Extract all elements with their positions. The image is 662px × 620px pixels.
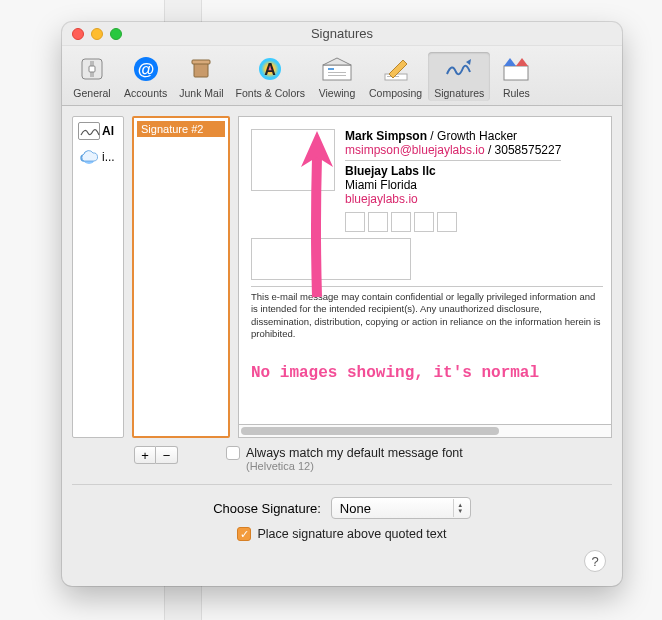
divider: [72, 484, 612, 485]
social-placeholder: [437, 212, 457, 232]
tab-signatures[interactable]: Signatures: [428, 52, 490, 101]
tab-junk[interactable]: Junk Mail: [173, 52, 229, 101]
envelope-open-icon: [322, 57, 352, 81]
help-button[interactable]: ?: [584, 550, 606, 572]
signature-thumb-icon: [78, 122, 100, 140]
fonts-icon: A: [256, 55, 284, 83]
signature-item[interactable]: Signature #2: [137, 121, 225, 137]
svg-rect-17: [504, 66, 528, 80]
tab-accounts[interactable]: @ Accounts: [118, 52, 173, 101]
at-icon: @: [132, 55, 160, 83]
social-placeholder: [414, 212, 434, 232]
banner-placeholder: [251, 238, 411, 280]
rules-icon: [502, 56, 530, 82]
svg-text:@: @: [137, 60, 154, 79]
sig-site: bluejaylabs.io: [345, 192, 561, 206]
match-font-sublabel: (Helvetica 12): [246, 460, 463, 472]
trash-icon: [187, 55, 215, 83]
social-placeholder: [391, 212, 411, 232]
svg-rect-13: [328, 75, 346, 76]
signature-icon: [444, 56, 474, 82]
titlebar: Signatures: [62, 22, 622, 46]
signature-list[interactable]: Signature #2: [132, 116, 230, 438]
account-all[interactable]: Al: [76, 120, 120, 142]
tab-general[interactable]: General: [66, 52, 118, 101]
sig-email: msimpson@bluejaylabs.io: [345, 143, 485, 157]
choose-signature-label: Choose Signature:: [213, 501, 321, 516]
tab-viewing[interactable]: Viewing: [311, 52, 363, 101]
svg-rect-2: [89, 66, 95, 72]
sig-company: Bluejay Labs llc: [345, 164, 436, 178]
place-above-checkbox[interactable]: ✓ Place signature above quoted text: [237, 527, 446, 541]
checkbox-icon: [226, 446, 240, 460]
remove-signature-button[interactable]: −: [156, 446, 178, 464]
account-icloud[interactable]: i...: [76, 146, 120, 168]
social-placeholder: [345, 212, 365, 232]
add-remove-controls: + −: [134, 446, 178, 464]
slider-icon: [79, 56, 105, 82]
match-font-checkbox[interactable]: Always match my default message font: [226, 446, 463, 460]
svg-rect-6: [192, 60, 210, 64]
social-placeholder: [368, 212, 388, 232]
preferences-window: Signatures General @ Accounts Junk Mail …: [62, 22, 622, 586]
tab-composing[interactable]: Composing: [363, 52, 428, 101]
sig-name: Mark Simpson: [345, 129, 427, 143]
window-title: Signatures: [311, 26, 373, 41]
svg-rect-12: [328, 72, 346, 73]
signature-preview[interactable]: Mark Simpson / Growth Hacker msimpson@bl…: [238, 116, 612, 424]
svg-rect-11: [328, 68, 334, 70]
tab-fonts[interactable]: A Fonts & Colors: [230, 52, 311, 101]
annotation-text: No images showing, it's normal: [251, 364, 539, 382]
tab-rules[interactable]: Rules: [490, 52, 542, 101]
horizontal-scrollbar[interactable]: [238, 424, 612, 438]
svg-marker-18: [504, 58, 516, 66]
image-placeholder: [251, 129, 335, 191]
icloud-icon: [78, 148, 100, 166]
svg-text:A: A: [265, 61, 277, 78]
pencil-icon: [383, 56, 409, 82]
choose-signature-select[interactable]: None: [331, 497, 471, 519]
accounts-list[interactable]: Al i...: [72, 116, 124, 438]
prefs-toolbar: General @ Accounts Junk Mail A Fonts & C…: [62, 46, 622, 106]
svg-rect-5: [194, 63, 208, 77]
window-controls: [72, 28, 122, 40]
add-signature-button[interactable]: +: [134, 446, 156, 464]
checkbox-checked-icon: ✓: [237, 527, 251, 541]
svg-marker-19: [516, 58, 528, 66]
sig-phone: 3058575227: [495, 143, 562, 157]
sig-location: Miami Florida: [345, 178, 561, 192]
sig-role: Growth Hacker: [437, 129, 517, 143]
minimize-button[interactable]: [91, 28, 103, 40]
svg-marker-10: [323, 58, 351, 65]
sig-disclaimer: This e-mail message may contain confiden…: [251, 286, 603, 340]
zoom-button[interactable]: [110, 28, 122, 40]
close-button[interactable]: [72, 28, 84, 40]
